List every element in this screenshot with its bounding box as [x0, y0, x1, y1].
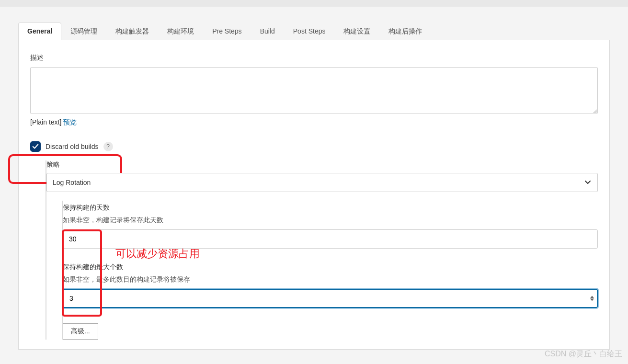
number-stepper [590, 296, 594, 301]
strategy-select[interactable]: Log Rotation [46, 173, 598, 192]
chevron-down-icon [584, 178, 592, 187]
config-panel: General 源码管理 构建触发器 构建环境 Pre Steps Build … [18, 22, 610, 350]
tabs-bar: General 源码管理 构建触发器 构建环境 Pre Steps Build … [18, 22, 610, 40]
description-label: 描述 [30, 54, 598, 62]
max-to-keep-section: 保持构建的最大个数 如果非空，最多此数目的构建记录将被保存 [63, 260, 598, 309]
discard-old-builds-row: Discard old builds ? [30, 141, 598, 152]
strategy-select-wrap: Log Rotation [46, 173, 598, 192]
strategy-label: 策略 [46, 160, 598, 169]
content-area: 描述 [Plain text] 预览 Discard old builds ? … [19, 40, 609, 349]
stepper-down-icon[interactable] [590, 299, 594, 301]
days-to-keep-input[interactable] [63, 229, 598, 249]
help-icon[interactable]: ? [103, 142, 113, 151]
discard-old-builds-label: Discard old builds [46, 143, 99, 150]
tab-general[interactable]: General [18, 23, 61, 40]
plain-text-label: [Plain text] [30, 118, 63, 126]
discard-old-builds-checkbox[interactable] [30, 141, 41, 152]
advanced-button[interactable]: 高级... [63, 323, 98, 340]
preview-link[interactable]: 预览 [63, 118, 77, 126]
stepper-up-icon[interactable] [590, 296, 594, 298]
tab-env[interactable]: 构建环境 [158, 23, 203, 40]
tab-build[interactable]: Build [251, 23, 284, 40]
strategy-selected-value: Log Rotation [53, 179, 91, 186]
discard-nested-block: 策略 Log Rotation 保持构建的天数 如果非空，构建记录将保存此天数 [46, 160, 598, 340]
top-bar [0, 0, 628, 7]
max-to-keep-label: 保持构建的最大个数 [63, 263, 598, 272]
page-container: General 源码管理 构建触发器 构建环境 Pre Steps Build … [0, 7, 628, 350]
tab-settings[interactable]: 构建设置 [334, 23, 379, 40]
tab-scm[interactable]: 源码管理 [61, 23, 106, 40]
description-textarea[interactable] [30, 67, 598, 114]
days-to-keep-section: 保持构建的天数 如果非空，构建记录将保存此天数 [63, 201, 598, 250]
max-to-keep-help: 如果非空，最多此数目的构建记录将被保存 [63, 275, 598, 284]
tab-postbuild[interactable]: 构建后操作 [379, 23, 431, 40]
max-to-keep-input-wrap [63, 289, 598, 308]
max-to-keep-input[interactable] [63, 289, 598, 308]
tab-presteps[interactable]: Pre Steps [203, 23, 251, 40]
tab-triggers[interactable]: 构建触发器 [106, 23, 158, 40]
description-format: [Plain text] 预览 [30, 118, 598, 127]
tab-poststeps[interactable]: Post Steps [284, 23, 335, 40]
days-to-keep-help: 如果非空，构建记录将保存此天数 [63, 216, 598, 225]
log-rotation-inner: 保持构建的天数 如果非空，构建记录将保存此天数 保持构建的最大个数 如果非空，最… [62, 201, 598, 340]
check-icon [32, 143, 39, 150]
days-to-keep-label: 保持构建的天数 [63, 204, 598, 212]
